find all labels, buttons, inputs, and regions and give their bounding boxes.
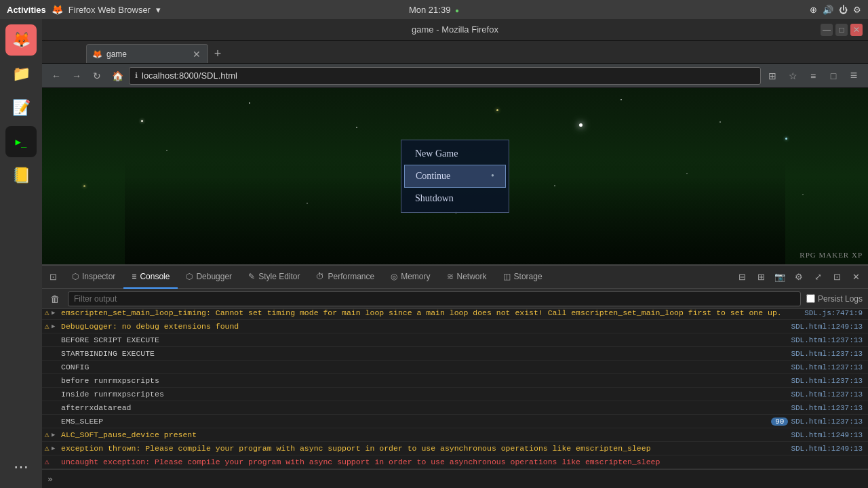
- close-button[interactable]: ✕: [850, 24, 863, 36]
- os-dropdown-icon[interactable]: ▾: [156, 5, 161, 15]
- address-text: localhost:8000/SDL.html: [142, 70, 237, 81]
- os-clock: Mon 21:39: [409, 5, 450, 15]
- expand-arrow-icon[interactable]: ▶: [52, 309, 60, 317]
- sidebar-icon-apps[interactable]: ⋯: [5, 451, 37, 483]
- network-icon: ⊕: [810, 5, 817, 15]
- menu-item-continue[interactable]: Continue: [404, 165, 506, 188]
- persist-logs-checkbox[interactable]: [806, 294, 815, 303]
- memory-icon: ◎: [391, 272, 397, 281]
- line-source[interactable]: SDL.html:1249:13: [791, 323, 868, 331]
- tab-inspector[interactable]: ⬡ Inspector: [64, 266, 123, 289]
- rpg-watermark: RPG MAKER XP: [800, 251, 863, 259]
- pip-button[interactable]: □: [825, 67, 842, 85]
- os-activities-label[interactable]: Activities: [7, 5, 46, 15]
- devtools-dock-button[interactable]: ⊡: [45, 269, 61, 285]
- os-appname-label[interactable]: Firefox Web Browser: [68, 5, 151, 15]
- tab-network[interactable]: ≋ Network: [439, 266, 495, 289]
- line-text: before runrmxpscripts: [60, 376, 791, 385]
- tab-style-editor[interactable]: ✎ Style Editor: [240, 266, 308, 289]
- settings-icon: ⚙: [853, 5, 861, 15]
- console-line: ⚠uncaught exception: Please compile your…: [42, 455, 868, 469]
- expand-arrow-icon[interactable]: ▶: [52, 431, 60, 439]
- minimize-button[interactable]: —: [821, 24, 833, 36]
- line-source[interactable]: SDL.html:1237:13: [791, 363, 868, 371]
- line-source[interactable]: SDL.html:1237:13: [791, 350, 868, 358]
- line-source[interactable]: SDL.html:1237:13: [791, 404, 868, 412]
- line-text: emscripten_set_main_loop_timing: Cannot …: [60, 309, 804, 317]
- line-source[interactable]: SDL.js:7471:9: [804, 309, 868, 317]
- persist-logs-label: Persist Logs: [806, 294, 863, 304]
- network-tab-icon: ≋: [447, 272, 454, 281]
- reader-view-button[interactable]: ≡: [804, 67, 822, 85]
- undock-button[interactable]: ⊡: [829, 269, 845, 285]
- menu-item-new-game[interactable]: New Game: [404, 143, 506, 165]
- sidebar-icon-notepad[interactable]: 📒: [5, 160, 37, 191]
- nav-right: ⊞ ☆ ≡ □ ≡: [764, 67, 863, 85]
- console-filter-input[interactable]: [68, 291, 801, 306]
- volume-icon: 🔊: [823, 5, 833, 15]
- browser-title-bar: game - Mozilla Firefox — □ ✕: [42, 19, 868, 41]
- console-input-field[interactable]: [57, 474, 863, 484]
- lock-icon: ℹ: [135, 71, 138, 80]
- expand-arrow-icon[interactable]: ▶: [52, 323, 60, 330]
- tab-label: game: [106, 49, 127, 59]
- sidebar-icon-firefox[interactable]: 🦊: [5, 24, 37, 56]
- line-text: afterrxdataread: [60, 403, 791, 412]
- close-devtools-button[interactable]: ✕: [848, 269, 864, 285]
- sidebar-icon-terminal[interactable]: ▶_: [5, 126, 37, 157]
- settings-button[interactable]: ⚙: [791, 269, 807, 285]
- line-source[interactable]: SDL.html:1237:13: [791, 377, 868, 385]
- inspector-icon: ⬡: [72, 272, 79, 281]
- line-source[interactable]: SDL.html:1249:13: [791, 445, 868, 453]
- tab-console[interactable]: ≡ Console: [123, 266, 178, 289]
- tab-close-button[interactable]: ✕: [191, 49, 202, 60]
- performance-label: Performance: [328, 272, 374, 281]
- split-view-button[interactable]: ⊟: [734, 269, 750, 285]
- expand-arrow-icon[interactable]: ▶: [52, 445, 60, 452]
- tab-storage[interactable]: ◫ Storage: [495, 266, 551, 289]
- tab-debugger[interactable]: ⬡ Debugger: [178, 266, 240, 289]
- home-button[interactable]: 🏠: [108, 67, 126, 85]
- line-source[interactable]: SDL.html:1237:13: [791, 390, 868, 399]
- nav-bar: ← → ↻ 🏠 ℹ localhost:8000/SDL.html ⊞ ☆ ≡ …: [42, 64, 868, 88]
- line-indicator: ⚠: [42, 457, 52, 467]
- line-source[interactable]: SDL.html:1237:13: [791, 336, 868, 344]
- console-clear-button[interactable]: 🗑: [47, 292, 62, 306]
- line-text: uncaught exception: Please compile your …: [60, 458, 863, 466]
- console-line: before runrmxpscriptsSDL.html:1237:13: [42, 374, 868, 388]
- bookmark-star-button[interactable]: ☆: [784, 67, 802, 85]
- responsive-button[interactable]: ⊞: [753, 269, 769, 285]
- console-line: ⚠▶exception thrown: Please compile your …: [42, 442, 868, 455]
- address-bar[interactable]: ℹ localhost:8000/SDL.html: [129, 67, 761, 85]
- line-source[interactable]: SDL.html:1237:13: [791, 418, 868, 426]
- line-text: DebugLogger: no debug extensions found: [60, 322, 791, 331]
- new-tab-button[interactable]: +: [208, 44, 227, 63]
- os-sidebar: 🦊 📁 📝 ▶_ 📒 ⋯: [0, 19, 42, 488]
- tab-bar: 🦊 game ✕ +: [42, 41, 868, 64]
- sidebar-icon-text[interactable]: 📝: [5, 92, 37, 123]
- console-icon: ≡: [132, 272, 136, 281]
- devtools-tabs: ⊡ ⬡ Inspector ≡ Console ⬡ Debugger ✎ Sty…: [42, 266, 868, 289]
- os-topbar-left: Activities 🦊 Firefox Web Browser ▾: [7, 4, 161, 15]
- game-canvas[interactable]: New Game Continue Shutdown RPG MAKER XP: [42, 88, 868, 264]
- menu-item-shutdown[interactable]: Shutdown: [404, 188, 506, 209]
- dock-button[interactable]: ⤢: [810, 269, 826, 285]
- debugger-label: Debugger: [196, 272, 232, 281]
- line-source[interactable]: SDL.html:1249:13: [791, 431, 868, 439]
- title-bar-controls: — □ ✕: [821, 24, 863, 36]
- back-button[interactable]: ←: [47, 67, 65, 85]
- line-text: STARTBINDING EXECUTE: [60, 349, 791, 358]
- line-text: ALC_SOFT_pause_device present: [60, 430, 791, 439]
- os-topbar: Activities 🦊 Firefox Web Browser ▾ Mon 2…: [0, 0, 868, 19]
- tab-memory[interactable]: ◎ Memory: [382, 266, 438, 289]
- sidebar-icon-files[interactable]: 📁: [5, 58, 37, 89]
- screenshot-button[interactable]: 📷: [772, 269, 788, 285]
- reload-button[interactable]: ↻: [88, 67, 106, 85]
- menu-button[interactable]: ≡: [845, 67, 863, 85]
- restore-button[interactable]: □: [835, 24, 848, 36]
- tab-performance[interactable]: ⏱ Performance: [308, 266, 382, 289]
- line-text: EMS_SLEEP: [60, 417, 771, 426]
- browser-tab-game[interactable]: 🦊 game ✕: [86, 44, 208, 63]
- extensions-button[interactable]: ⊞: [764, 67, 781, 85]
- forward-button[interactable]: →: [68, 67, 85, 85]
